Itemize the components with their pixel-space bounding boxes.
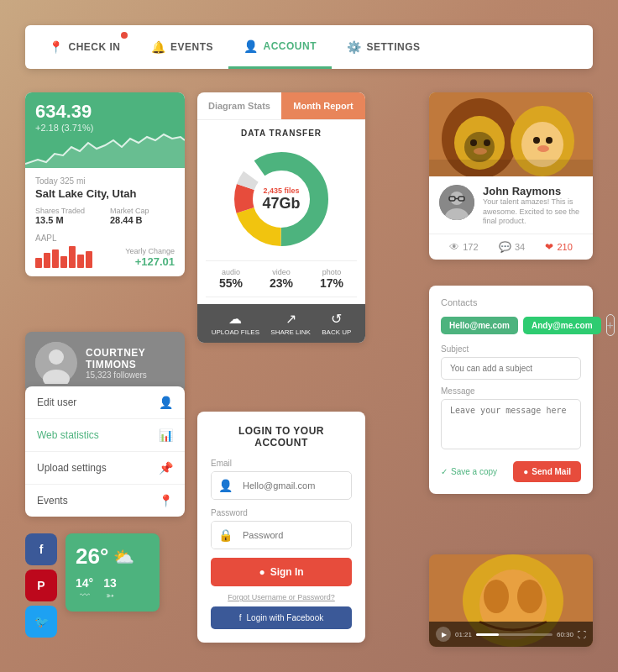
menu-web-stats[interactable]: Web statistics 📊 — [25, 419, 185, 452]
video-stat: video 23% — [270, 268, 293, 290]
views-stat: 👁 172 — [449, 241, 478, 253]
backup-action[interactable]: ↺ BACK UP — [322, 311, 351, 336]
fullscreen-icon[interactable]: ⛶ — [578, 630, 586, 639]
menu-list: Edit user 👤 Web statistics 📊 Upload sett… — [25, 386, 185, 517]
file-stats: audio 55% video 23% photo 17% — [206, 260, 357, 297]
signin-icon: ● — [259, 566, 264, 578]
video-card: ▶ 01:21 60:30 ⛶ — [429, 554, 593, 647]
contact-chip-1[interactable]: Hello@me.com — [441, 317, 518, 334]
banner-image — [429, 92, 593, 176]
message-textarea[interactable] — [441, 399, 581, 449]
profile-card: John Raymons Your talent amazes! This is… — [429, 92, 593, 260]
nav-events[interactable]: 🔔 EVENTS — [136, 25, 229, 69]
password-input-wrap: 🔒 — [211, 521, 352, 549]
email-input[interactable] — [239, 474, 352, 497]
add-contact-button[interactable]: + — [606, 314, 615, 336]
shares-metric: Shares Traded 13.5 M — [35, 207, 100, 225]
svg-point-30 — [484, 580, 509, 613]
email-label: Email — [211, 459, 352, 468]
stock-bottom: AAPL Yearly Change +127.01 — [35, 234, 175, 268]
play-icon: ▶ — [442, 631, 447, 638]
events-loc-icon: 📍 — [159, 494, 173, 507]
weather-temperature: 26° — [76, 543, 108, 570]
share-action[interactable]: ↗ SHARE LINK — [270, 311, 311, 336]
comments-stat: 💬 34 — [499, 241, 525, 253]
stock-value: 634.39 — [35, 101, 175, 123]
login-card: LOGIN TO YOUR ACCOUNT Email 👤 Password 🔒… — [197, 412, 365, 643]
twitter-icon: 🐦 — [34, 615, 49, 628]
svg-point-31 — [517, 580, 542, 613]
tab-month-report[interactable]: Month Report — [281, 92, 365, 119]
nav-settings[interactable]: ⚙️ SETTINGS — [332, 25, 436, 69]
facebook-icon: f — [39, 543, 44, 556]
upload-icon: ☁ — [212, 311, 259, 327]
photo-stat: photo 17% — [320, 268, 343, 290]
pinterest-button[interactable]: P — [25, 570, 57, 601]
contact-chip-2[interactable]: Andy@me.com — [523, 317, 601, 334]
diagram-tabs: Diagram Stats Month Report — [197, 92, 365, 120]
message-label: Message — [441, 386, 581, 396]
email-icon: 👤 — [212, 472, 239, 499]
upload-action[interactable]: ☁ UPLOAD FILES — [212, 311, 259, 336]
diagram-content: DATA TRANSFER 2,435 files 47Gb audio — [197, 120, 365, 343]
weather-card: 26° ⛅ 14° 〰 13 ➳ — [65, 533, 160, 612]
upload-settings-icon: 📌 — [159, 461, 173, 475]
menu-events[interactable]: Events 📍 — [25, 485, 185, 517]
ticker-label: AAPL — [35, 234, 92, 243]
save-copy-checkbox[interactable]: ✓ Save a copy — [441, 467, 506, 476]
edit-user-icon: 👤 — [159, 396, 173, 409]
send-mail-button[interactable]: ● Send Mail — [513, 461, 581, 482]
stock-metrics: Shares Traded 13.5 M Market Cap 28.44 B — [35, 207, 175, 225]
nav-checkin[interactable]: 📍 CHECK IN — [34, 25, 136, 69]
donut-center: 2,435 files 47Gb — [262, 186, 300, 213]
svg-point-16 — [537, 145, 549, 152]
bar-2 — [44, 253, 50, 268]
email-input-wrap: 👤 — [211, 471, 352, 500]
comment-icon: 💬 — [499, 241, 511, 253]
checkin-icon: 📍 — [49, 40, 64, 54]
current-time: 01:21 — [455, 631, 472, 638]
menu-edit-user[interactable]: Edit user 👤 — [25, 386, 185, 419]
profile-name: John Raymons — [483, 185, 583, 197]
wave-icon: 〰 — [76, 590, 93, 601]
svg-point-10 — [484, 139, 490, 146]
contact-card: Contacts Hello@me.com Andy@me.com + Subj… — [429, 286, 593, 494]
svg-point-9 — [470, 139, 477, 146]
user-name: COURTNEY TIMMONS — [86, 347, 175, 370]
checkin-badge — [121, 32, 128, 39]
svg-rect-17 — [429, 160, 593, 176]
facebook-login-button[interactable]: f Login with Facebook — [211, 606, 352, 629]
subject-input[interactable] — [441, 357, 581, 380]
video-progress-fill — [476, 633, 499, 636]
mini-bar-chart — [35, 243, 92, 268]
video-progress-bar[interactable] — [476, 633, 553, 636]
bar-1 — [35, 258, 42, 268]
fb-login-icon: f — [239, 613, 242, 622]
profile-description: Your talent amazes! This is awesome. Exc… — [483, 197, 583, 227]
weather-details: 14° 〰 13 ➳ — [76, 576, 149, 601]
user-followers: 15,323 followers — [86, 370, 175, 380]
password-input[interactable] — [239, 523, 352, 547]
subject-label: Subject — [441, 344, 581, 354]
nav-account[interactable]: 👤 ACCOUNT — [228, 25, 332, 69]
signin-button[interactable]: ● Sign In — [211, 558, 352, 586]
contact-chips: Hello@me.com Andy@me.com + — [441, 314, 581, 336]
twitter-button[interactable]: 🐦 — [25, 606, 57, 638]
donut-chart: 2,435 files 47Gb — [227, 144, 336, 254]
events-icon: 🔔 — [151, 40, 166, 54]
yearly-section: Yearly Change +127.01 — [125, 247, 175, 268]
lock-icon: 🔒 — [212, 522, 239, 549]
send-icon: ● — [523, 467, 528, 476]
user-avatar — [35, 342, 77, 384]
heart-icon: ❤ — [545, 241, 553, 253]
facebook-button[interactable]: f — [25, 533, 57, 565]
tab-diagram-stats[interactable]: Diagram Stats — [197, 92, 281, 119]
backup-icon: ↺ — [322, 311, 351, 327]
play-button[interactable]: ▶ — [436, 627, 451, 642]
forgot-link[interactable]: Forgot Username or Password? — [211, 593, 352, 601]
menu-upload-settings[interactable]: Upload settings 📌 — [25, 452, 185, 485]
audio-stat: audio 55% — [219, 268, 243, 290]
bar-4 — [60, 256, 67, 268]
marketcap-metric: Market Cap 28.44 B — [110, 207, 175, 225]
contacts-label: Contacts — [441, 297, 581, 307]
